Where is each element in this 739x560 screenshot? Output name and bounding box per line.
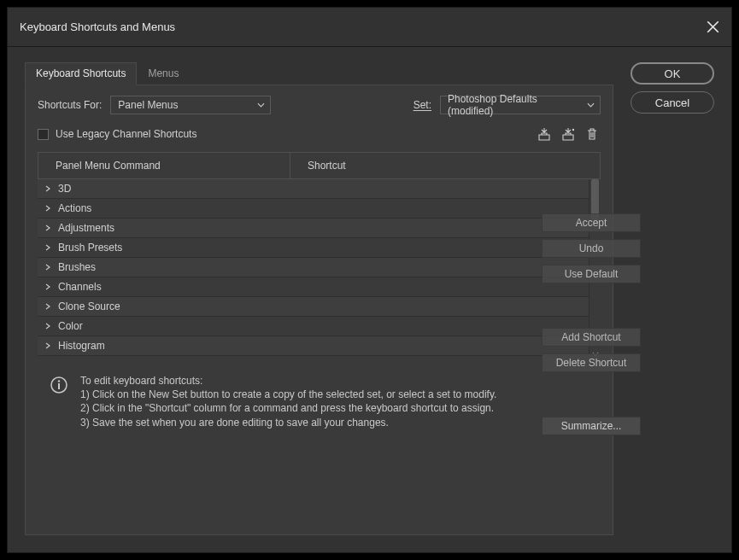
close-icon: [707, 20, 719, 33]
summarize-button[interactable]: Summarize...: [542, 417, 641, 435]
use-default-button[interactable]: Use Default: [542, 265, 641, 283]
chevron-right-icon: [43, 323, 53, 330]
table-row[interactable]: Brushes: [38, 258, 589, 277]
table-row[interactable]: Channels: [38, 277, 589, 297]
chevron-right-icon: [43, 185, 53, 192]
shortcut-table: Panel Menu Command Shortcut 3D Actions A…: [38, 152, 601, 359]
legacy-label: Use Legacy Channel Shortcuts: [56, 128, 196, 140]
accept-button[interactable]: Accept: [542, 213, 641, 232]
new-set-icon: [560, 127, 576, 141]
table-row[interactable]: Histogram: [38, 336, 589, 356]
table-row[interactable]: Clone Source: [38, 297, 589, 317]
col-command: Panel Menu Command: [38, 152, 290, 179]
trash-icon: [584, 127, 600, 141]
ok-button[interactable]: OK: [630, 62, 714, 85]
table-row[interactable]: Color: [38, 317, 589, 336]
chevron-right-icon: [43, 303, 53, 310]
add-shortcut-button[interactable]: Add Shortcut: [542, 328, 641, 347]
chevron-right-icon: [43, 264, 53, 271]
chevron-down-icon: [587, 102, 595, 109]
chevron-right-icon: [43, 342, 53, 349]
chevron-right-icon: [43, 205, 53, 212]
close-button[interactable]: [707, 20, 719, 33]
titlebar: Keyboard Shortcuts and Menus: [8, 8, 731, 47]
chevron-right-icon: [43, 283, 53, 290]
save-set-icon: [537, 127, 552, 141]
svg-point-0: [572, 129, 574, 131]
cancel-button[interactable]: Cancel: [630, 91, 714, 114]
window-title: Keyboard Shortcuts and Menus: [20, 20, 175, 33]
dialog-window: Keyboard Shortcuts and Menus Keyboard Sh…: [7, 7, 732, 553]
table-row[interactable]: Adjustments: [38, 219, 589, 238]
dialog-body: Keyboard Shortcuts Menus Shortcuts For: …: [8, 47, 731, 552]
save-set-button[interactable]: [536, 126, 553, 142]
info-text: To edit keyboard shortcuts: 1) Click on …: [80, 374, 496, 429]
shortcuts-for-select[interactable]: Panel Menus: [110, 96, 271, 114]
table-row[interactable]: Actions: [38, 199, 589, 219]
delete-set-button[interactable]: [584, 126, 601, 142]
col-shortcut: Shortcut: [290, 152, 601, 179]
new-set-button[interactable]: [560, 126, 577, 142]
table-row[interactable]: Brush Presets: [38, 238, 589, 258]
chevron-down-icon: [257, 102, 265, 109]
set-value: Photoshop Defaults (modified): [448, 93, 581, 117]
side-buttons: Accept Undo Use Default Add Shortcut Del…: [542, 213, 641, 435]
table-row[interactable]: 3D: [38, 179, 589, 199]
tab-menus[interactable]: Menus: [137, 62, 190, 85]
table-header: Panel Menu Command Shortcut: [38, 152, 601, 179]
legacy-checkbox[interactable]: [38, 129, 49, 140]
right-column: OK Cancel: [630, 62, 714, 535]
delete-shortcut-button[interactable]: Delete Shortcut: [542, 353, 641, 372]
tab-keyboard-shortcuts[interactable]: Keyboard Shortcuts: [25, 62, 137, 85]
row-legacy: Use Legacy Channel Shortcuts: [38, 126, 601, 142]
undo-button[interactable]: Undo: [542, 239, 641, 258]
set-label: Set:: [413, 99, 431, 111]
shortcuts-for-value: Panel Menus: [118, 99, 178, 111]
info-icon: [50, 376, 68, 394]
svg-point-2: [58, 380, 60, 382]
shortcuts-for-label: Shortcuts For:: [38, 99, 102, 111]
chevron-right-icon: [43, 244, 53, 251]
svg-rect-3: [58, 383, 60, 389]
left-column: Keyboard Shortcuts Menus Shortcuts For: …: [25, 62, 613, 535]
row-shortcuts-for: Shortcuts For: Panel Menus Set: Photosho…: [38, 96, 601, 114]
set-select[interactable]: Photoshop Defaults (modified): [440, 96, 601, 114]
tab-panel: Shortcuts For: Panel Menus Set: Photosho…: [25, 85, 613, 535]
chevron-right-icon: [43, 225, 53, 231]
info-block: To edit keyboard shortcuts: 1) Click on …: [38, 374, 601, 429]
table-body: 3D Actions Adjustments Brush Presets Bru…: [38, 179, 589, 359]
tab-strip: Keyboard Shortcuts Menus: [25, 62, 613, 85]
